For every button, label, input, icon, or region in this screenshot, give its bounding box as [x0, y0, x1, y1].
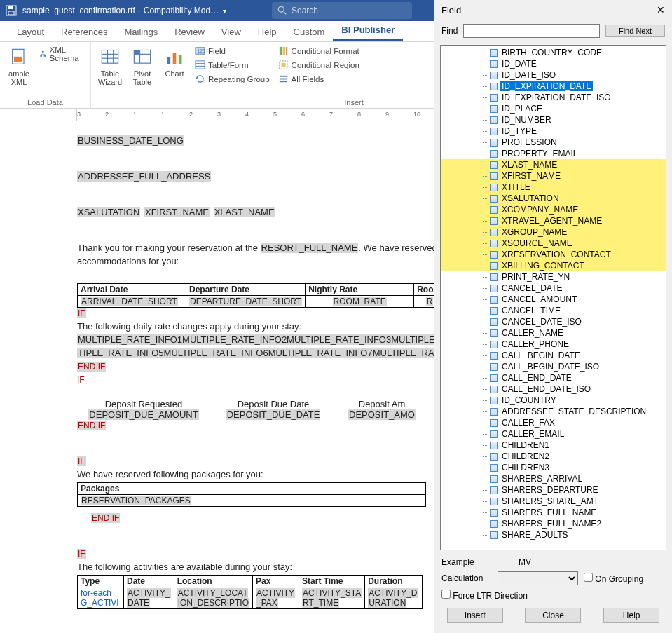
- svg-rect-9: [44, 55, 46, 56]
- tree-item[interactable]: CANCEL_AMOUNT: [441, 294, 666, 305]
- node-icon: [490, 273, 498, 281]
- table-wizard-button[interactable]: Table Wizard: [97, 45, 123, 97]
- node-icon: [490, 184, 498, 191]
- tree-item[interactable]: ID_EXPIRATION_DATE: [441, 81, 666, 92]
- tree-item[interactable]: ID_DATE_ISO: [441, 69, 666, 81]
- cond-format-button[interactable]: Conditional Format: [277, 45, 361, 57]
- tree-item[interactable]: SHARERS_FULL_NAME: [441, 507, 666, 518]
- chart-button[interactable]: Chart: [161, 45, 188, 97]
- tree-item[interactable]: PROPERTY_EMAIL: [441, 148, 666, 159]
- allfields-icon: [278, 74, 289, 84]
- all-fields-button[interactable]: All Fields: [277, 73, 361, 85]
- tree-item[interactable]: ID_EXPIRATION_DATE_ISO: [441, 92, 666, 103]
- repeating-group-button[interactable]: Repeating Group: [193, 73, 271, 85]
- tree-item[interactable]: CALLER_FAX: [441, 417, 666, 428]
- tab-references[interactable]: References: [53, 22, 116, 41]
- node-icon: [490, 509, 498, 517]
- tree-item[interactable]: CALLER_EMAIL: [441, 428, 666, 440]
- tree-item[interactable]: XGROUP_NAME: [441, 226, 666, 238]
- tree-item[interactable]: XTITLE: [441, 182, 666, 193]
- svg-rect-16: [134, 50, 139, 55]
- tree-item[interactable]: XCOMPANY_NAME: [441, 204, 666, 215]
- tab-view[interactable]: View: [213, 22, 249, 41]
- tree-item[interactable]: XLAST_NAME: [441, 159, 666, 170]
- table-form-button[interactable]: Table/Form: [193, 59, 271, 71]
- tree-item[interactable]: SHARERS_DEPARTURE: [441, 484, 666, 496]
- svg-rect-7: [42, 50, 44, 52]
- endif-tag: END IF: [77, 362, 106, 372]
- tree-item[interactable]: SHARERS_ARRIVAL: [441, 473, 666, 484]
- node-icon: [490, 430, 498, 438]
- tree-item[interactable]: XFIRST_NAME: [441, 170, 666, 182]
- svg-rect-1: [8, 6, 13, 9]
- repeat-icon: [195, 74, 205, 84]
- search-box[interactable]: Search: [272, 2, 412, 19]
- tree-item[interactable]: CALL_END_DATE_ISO: [441, 383, 666, 395]
- tree-item[interactable]: SHARE_ADULTS: [441, 529, 666, 540]
- tree-item[interactable]: CHILDREN1: [441, 440, 666, 451]
- cond-region-button[interactable]: Conditional Region: [277, 59, 361, 71]
- pivot-table-button[interactable]: Pivot Table: [129, 45, 156, 97]
- tree-item[interactable]: SHARERS_FULL_NAME2: [441, 518, 666, 529]
- tree-item[interactable]: ID_NUMBER: [441, 114, 666, 125]
- tree-item[interactable]: ID_DATE: [441, 58, 666, 69]
- tree-item[interactable]: PROFESSION: [441, 137, 666, 148]
- tree-item[interactable]: XRESERVATION_CONTACT: [441, 249, 666, 260]
- node-icon: [490, 475, 498, 483]
- node-icon: [490, 397, 498, 404]
- node-icon: [490, 285, 498, 292]
- tree-item[interactable]: XTRAVEL_AGENT_NAME: [441, 215, 666, 226]
- node-icon: [490, 374, 498, 382]
- close-icon[interactable]: ✕: [657, 4, 665, 15]
- tree-item[interactable]: XBILLING_CONTACT: [441, 260, 666, 271]
- insert-button[interactable]: Insert: [447, 608, 503, 623]
- tree-item[interactable]: CALL_BEGIN_DATE_ISO: [441, 361, 666, 372]
- sample-xml-button[interactable]: ample XML: [6, 45, 32, 97]
- tree-item[interactable]: XSALUTATION: [441, 193, 666, 204]
- tree-item[interactable]: ID_COUNTRY: [441, 395, 666, 406]
- table-icon: [100, 48, 120, 67]
- calculation-select[interactable]: [498, 571, 578, 585]
- tree-item[interactable]: BIRTH_COUNTRY_CODE: [441, 47, 666, 58]
- tree-item[interactable]: ID_TYPE: [441, 125, 666, 137]
- tab-review[interactable]: Review: [166, 22, 213, 41]
- tab-help[interactable]: Help: [249, 22, 285, 41]
- xml-schema-button[interactable]: XML Schema: [38, 45, 85, 63]
- tab-layout[interactable]: Layout: [8, 22, 53, 41]
- tree-item[interactable]: CALLER_PHONE: [441, 339, 666, 350]
- tree-item[interactable]: CALLER_NAME: [441, 327, 666, 339]
- tree-item[interactable]: PRINT_RATE_YN: [441, 271, 666, 283]
- node-icon: [490, 442, 498, 449]
- find-next-button[interactable]: Find Next: [605, 25, 665, 37]
- force-ltr-checkbox[interactable]: Force LTR Direction: [441, 590, 528, 601]
- dialog-title: Field: [441, 5, 461, 15]
- tree-item[interactable]: CALL_END_DATE: [441, 372, 666, 383]
- search-placeholder: Search: [292, 6, 318, 15]
- on-grouping-checkbox[interactable]: On Grouping: [584, 573, 643, 584]
- find-input[interactable]: [463, 24, 600, 38]
- node-icon: [490, 531, 498, 539]
- tree-item[interactable]: CANCEL_DATE_ISO: [441, 316, 666, 327]
- tree-item[interactable]: CALL_BEGIN_DATE: [441, 350, 666, 361]
- close-button[interactable]: Close: [525, 608, 581, 623]
- tree-item[interactable]: ID_PLACE: [441, 103, 666, 114]
- node-icon: [490, 363, 498, 371]
- chevron-down-icon[interactable]: ▾: [223, 7, 226, 15]
- svg-rect-28: [279, 47, 282, 55]
- field-button[interactable]: 123Field: [193, 45, 271, 57]
- cond-format-icon: [278, 46, 289, 56]
- tab-mailings[interactable]: Mailings: [116, 22, 167, 41]
- tree-item[interactable]: CANCEL_DATE: [441, 283, 666, 294]
- tab-bipublisher[interactable]: BI Publisher: [333, 20, 403, 41]
- field-last-name: XLAST_NAME: [214, 207, 275, 217]
- tree-item[interactable]: CANCEL_TIME: [441, 305, 666, 316]
- field-tree[interactable]: BIRTH_COUNTRY_CODEID_DATEID_DATE_ISOID_E…: [440, 45, 666, 550]
- help-button[interactable]: Help: [603, 608, 659, 623]
- tree-item[interactable]: XSOURCE_NAME: [441, 238, 666, 249]
- tab-custom[interactable]: Custom: [285, 22, 334, 41]
- tree-item[interactable]: SHARERS_SHARE_AMT: [441, 496, 666, 507]
- tree-item[interactable]: CHILDREN2: [441, 451, 666, 462]
- tree-item[interactable]: CHILDREN3: [441, 462, 666, 473]
- pivot-icon: [132, 48, 152, 67]
- tree-item[interactable]: ADDRESSEE_STATE_DESCRIPTION: [441, 406, 666, 417]
